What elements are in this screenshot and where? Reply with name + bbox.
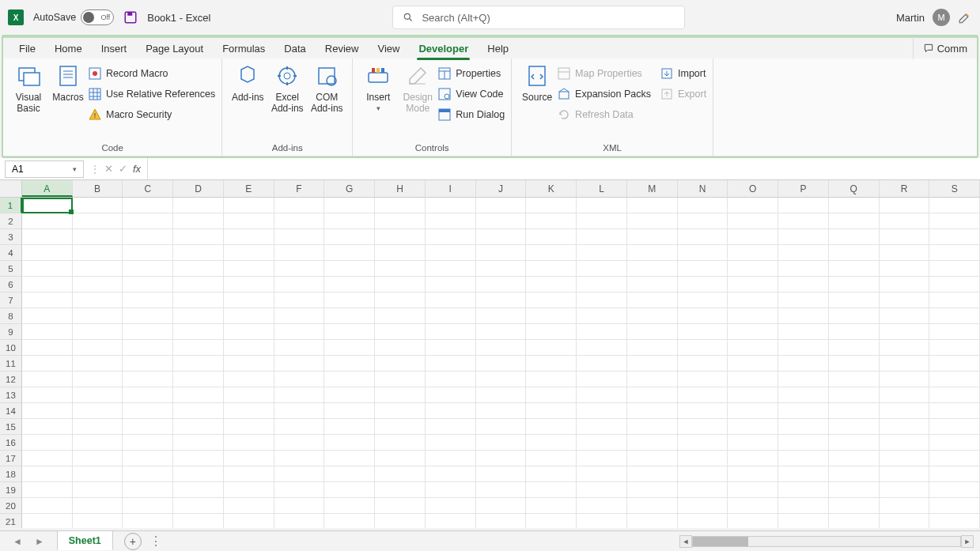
map-properties-button[interactable]: Map Properties	[558, 65, 651, 82]
cell[interactable]	[22, 198, 73, 213]
cell[interactable]	[929, 308, 980, 324]
cell[interactable]	[375, 324, 426, 340]
cell[interactable]	[224, 213, 274, 229]
cell[interactable]	[778, 213, 829, 229]
cell[interactable]	[73, 261, 123, 277]
cell[interactable]	[678, 213, 728, 229]
cell[interactable]	[375, 245, 426, 261]
cell[interactable]	[73, 403, 123, 419]
cell[interactable]	[173, 308, 224, 324]
cell[interactable]	[829, 403, 880, 419]
cell[interactable]	[829, 466, 880, 482]
cell[interactable]	[224, 514, 274, 528]
cell[interactable]	[728, 372, 778, 387]
addins-button[interactable]: Add-ins	[229, 62, 267, 103]
cell[interactable]	[778, 372, 829, 387]
cell[interactable]	[929, 482, 980, 498]
scroll-right-button[interactable]: ►	[961, 535, 974, 548]
cell[interactable]	[224, 466, 274, 482]
cell[interactable]	[22, 229, 73, 245]
cell[interactable]	[678, 419, 728, 435]
tab-insert[interactable]: Insert	[92, 37, 137, 59]
cell[interactable]	[728, 324, 778, 340]
cell[interactable]	[173, 435, 224, 451]
cell[interactable]	[526, 514, 577, 528]
cell[interactable]	[577, 482, 627, 498]
cell[interactable]	[627, 213, 678, 229]
cell[interactable]	[778, 198, 829, 213]
fx-icon[interactable]: fx	[130, 163, 144, 175]
cell[interactable]	[728, 277, 778, 292]
column-header[interactable]: A	[22, 180, 73, 197]
cell[interactable]	[829, 498, 880, 514]
new-sheet-button[interactable]: +	[124, 533, 142, 550]
cell[interactable]	[274, 229, 325, 245]
cell[interactable]	[224, 340, 274, 356]
cell[interactable]	[375, 213, 426, 229]
cell[interactable]	[880, 419, 930, 435]
run-dialog-button[interactable]: Run Dialog	[438, 106, 505, 123]
column-header[interactable]: S	[929, 180, 980, 197]
cell[interactable]	[123, 356, 173, 372]
cell[interactable]	[829, 372, 880, 387]
cell[interactable]	[274, 498, 325, 514]
cell[interactable]	[476, 292, 527, 308]
cell[interactable]	[274, 292, 325, 308]
cell[interactable]	[173, 245, 224, 261]
row-header[interactable]: 8	[0, 308, 22, 324]
autosave-toggle[interactable]: Off	[81, 9, 114, 25]
cell[interactable]	[426, 277, 476, 292]
cell[interactable]	[22, 403, 73, 419]
row-header[interactable]: 19	[0, 482, 22, 498]
cell[interactable]	[778, 356, 829, 372]
cell[interactable]	[627, 466, 678, 482]
cell[interactable]	[324, 261, 375, 277]
cell[interactable]	[627, 308, 678, 324]
cell[interactable]	[526, 308, 577, 324]
column-header[interactable]: C	[123, 180, 173, 197]
cell[interactable]	[929, 340, 980, 356]
tab-developer[interactable]: Developer	[409, 37, 478, 59]
cell[interactable]	[728, 466, 778, 482]
cell[interactable]	[728, 514, 778, 528]
cell[interactable]	[678, 498, 728, 514]
cell[interactable]	[426, 308, 476, 324]
row-header[interactable]: 16	[0, 435, 22, 451]
cell[interactable]	[173, 229, 224, 245]
cell[interactable]	[929, 372, 980, 387]
cell[interactable]	[929, 229, 980, 245]
cell[interactable]	[829, 356, 880, 372]
cell[interactable]	[22, 356, 73, 372]
tab-data[interactable]: Data	[274, 37, 315, 59]
cell[interactable]	[375, 498, 426, 514]
cell[interactable]	[577, 324, 627, 340]
cell[interactable]	[526, 324, 577, 340]
cell[interactable]	[778, 498, 829, 514]
column-header[interactable]: P	[778, 180, 829, 197]
cell[interactable]	[627, 340, 678, 356]
row-header[interactable]: 9	[0, 324, 22, 340]
cell[interactable]	[224, 372, 274, 387]
cell[interactable]	[324, 198, 375, 213]
cell[interactable]	[728, 419, 778, 435]
cell[interactable]	[324, 387, 375, 403]
cell[interactable]	[577, 308, 627, 324]
cell[interactable]	[274, 213, 325, 229]
cell[interactable]	[929, 498, 980, 514]
cell[interactable]	[526, 372, 577, 387]
cell[interactable]	[73, 372, 123, 387]
row-header[interactable]: 17	[0, 451, 22, 466]
cell[interactable]	[123, 229, 173, 245]
cell[interactable]	[224, 498, 274, 514]
cell[interactable]	[728, 435, 778, 451]
cell[interactable]	[426, 372, 476, 387]
cell[interactable]	[678, 245, 728, 261]
column-header[interactable]: O	[728, 180, 778, 197]
scroll-left-button[interactable]: ◄	[679, 535, 692, 548]
cell[interactable]	[577, 261, 627, 277]
cell[interactable]	[526, 245, 577, 261]
cell[interactable]	[123, 419, 173, 435]
cell[interactable]	[627, 245, 678, 261]
row-header[interactable]: 10	[0, 340, 22, 356]
cell[interactable]	[778, 245, 829, 261]
